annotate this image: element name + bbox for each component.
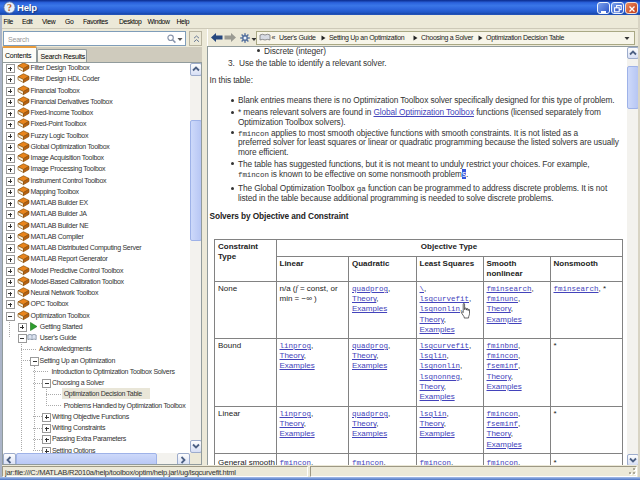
svg-text:?: ? (7, 2, 12, 13)
